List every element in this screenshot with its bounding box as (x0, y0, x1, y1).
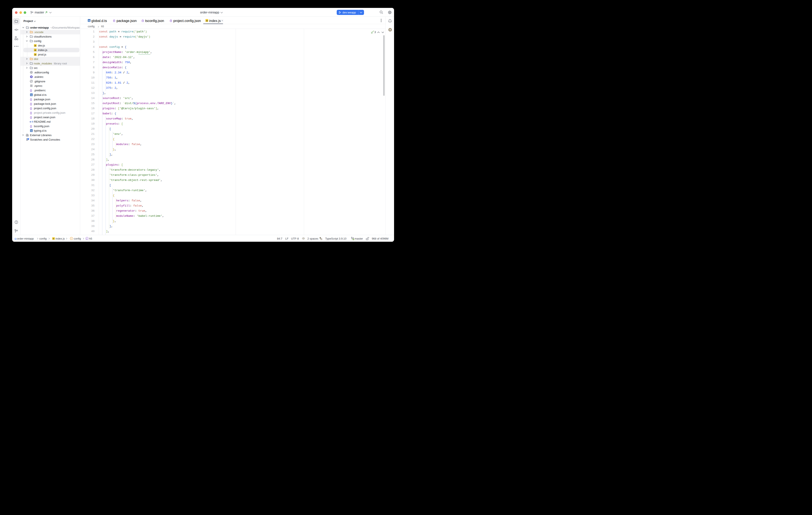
svg-text:{}: {} (30, 107, 32, 110)
svg-text:JS: JS (53, 238, 54, 239)
svg-text:M: M (30, 120, 31, 123)
svg-text:{}: {} (30, 89, 32, 92)
svg-text:TS: TS (88, 20, 90, 21)
svg-text:JS: JS (206, 20, 208, 21)
svg-text:{}: {} (30, 98, 32, 101)
svg-text:JS: JS (34, 50, 36, 51)
svg-text:{}: {} (170, 19, 172, 22)
svg-text:{}: {} (30, 125, 32, 128)
svg-text:{}: {} (30, 111, 32, 114)
svg-text:{}: {} (30, 102, 32, 105)
svg-text:{}: {} (113, 19, 115, 22)
svg-text:JS: JS (34, 45, 36, 47)
svg-text:{}: {} (30, 116, 32, 119)
svg-text:TS: TS (30, 130, 32, 132)
svg-text:{}: {} (142, 19, 144, 22)
svg-text:V: V (70, 238, 72, 240)
svg-text:p: p (86, 238, 87, 240)
svg-text:TS: TS (30, 94, 32, 96)
svg-text:JS: JS (34, 54, 36, 55)
